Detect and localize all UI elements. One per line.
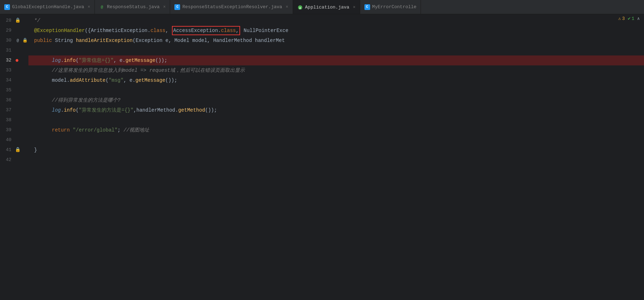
code-line-40: [28, 135, 644, 145]
token-paren-32a: (: [76, 58, 79, 63]
line-num-31: 31: [0, 45, 14, 55]
gutter-bookmark-41: 🔒: [14, 145, 21, 155]
token-paren-34a: (: [105, 77, 108, 83]
token-redbox-29: AccessException.class,: [172, 26, 240, 35]
gutter-at-30: @: [14, 36, 21, 45]
line-num-39: 39: [0, 125, 14, 135]
gutter-bookmark-28: 🔒: [14, 16, 21, 26]
tab-label-application: Application.java: [305, 5, 350, 10]
chevron-up-icon[interactable]: ∧: [637, 16, 640, 21]
gutter-row-38: 38: [0, 115, 28, 125]
token-comma-32: , e.: [114, 58, 126, 63]
token-class2-29: class: [221, 28, 236, 33]
gutter-row-39: 39: [0, 125, 28, 135]
svg-text:A: A: [299, 6, 301, 9]
tab-label-response-status: ResponseStatus.java: [107, 4, 159, 10]
code-line-31: [28, 45, 644, 55]
line-num-28: 28: [0, 16, 14, 26]
top-right-bar: ⚠ 3 ✔ 1 ∧: [614, 14, 644, 23]
tab-icon-at: @: [99, 4, 105, 10]
token-string-30: String: [55, 38, 73, 43]
line-num-38: 38: [0, 115, 14, 125]
gutter-row-41: 41 🔒: [0, 145, 28, 155]
token-comment-36: //得到异常发生的方法是哪个?: [52, 97, 120, 103]
tab-close-global[interactable]: ×: [88, 5, 90, 10]
tab-response-status[interactable]: @ ResponseStatus.java ×: [95, 0, 170, 14]
tab-label-my-error: MyErrorControlle: [372, 4, 417, 10]
tab-label-resolver: ResponseStatusExceptionResolver.java: [182, 4, 282, 10]
token-dot1-29: .: [147, 28, 150, 33]
gutter-row-32: 32 ●: [0, 55, 28, 65]
token-access-29: AccessException: [173, 28, 218, 33]
warn-icon: ⚠: [618, 16, 621, 21]
token-addattr-34: addAttribute: [70, 77, 105, 83]
tab-icon-app: A: [297, 5, 303, 10]
token-model-30: Model: [174, 38, 189, 43]
ok-count: 1: [632, 16, 634, 21]
line-num-32: 32: [0, 55, 14, 65]
token-method-30: handleAritException: [76, 38, 133, 43]
gutter-row-29: 29: [0, 26, 28, 36]
token-comment-28: */: [34, 18, 40, 23]
token-nullpointer-29: NullPointerExce: [244, 28, 288, 33]
token-comma2-29: ,: [236, 28, 239, 33]
token-getmessage-32: getMessage: [125, 58, 155, 63]
token-info-32: info: [64, 58, 76, 63]
gutter-row-34: 34: [0, 75, 28, 85]
line-num-36: 36: [0, 95, 14, 105]
tab-icon-c2: C: [174, 4, 180, 10]
tab-label-global: GlobalExceptionHandle.java: [12, 4, 84, 10]
line-num-40: 40: [0, 135, 14, 145]
token-dot-37: .: [61, 107, 64, 113]
code-line-33: //这里将发生的异常信息放入到model => request域，然后可以在错误…: [28, 65, 644, 75]
tab-global-exception[interactable]: C GlobalExceptionHandle.java ×: [0, 0, 95, 14]
code-area[interactable]: */ @ExceptionHandler({ArithmeticExceptio…: [28, 14, 644, 300]
code-line-38: [28, 115, 644, 125]
token-space-30c: e,: [162, 38, 174, 43]
token-comma1-29: ,: [166, 28, 172, 33]
tab-application[interactable]: A Application.java ×: [293, 0, 360, 14]
token-string-37: "异常发生的方法是={}": [79, 107, 134, 113]
token-info-37: info: [64, 107, 76, 113]
token-string-39: "/error/global": [73, 127, 118, 133]
line-num-30: 30: [0, 36, 14, 45]
gutter-breakpoint-32[interactable]: ●: [13, 55, 21, 65]
token-log-37: log: [52, 107, 61, 113]
token-space-30e: handlerMet: [252, 38, 285, 43]
line-num-42: 42: [0, 155, 14, 165]
token-string-34: "msg": [109, 77, 124, 83]
token-paren-34b: ());: [165, 77, 177, 83]
line-num-33: 33: [0, 65, 14, 75]
code-line-39: return "/error/global"; //视图地址: [28, 125, 644, 135]
tab-close-response-status[interactable]: ×: [163, 5, 166, 10]
code-line-36: //得到异常发生的方法是哪个?: [28, 95, 644, 105]
token-comment-33: //这里将发生的异常信息放入到model => request域，然后可以在错误…: [52, 68, 245, 73]
token-log-32: log: [52, 58, 61, 63]
tab-my-error-controller[interactable]: C MyErrorControlle: [360, 0, 421, 14]
token-model-34: model.: [52, 77, 70, 83]
token-dot-32: .: [61, 58, 64, 63]
line-num-37: 37: [0, 105, 14, 115]
token-paren-30: (: [132, 38, 135, 43]
token-space-29: [240, 28, 243, 33]
code-line-32: log.info("异常信息={}", e.getMessage());: [28, 55, 644, 65]
code-line-28: */: [28, 16, 644, 26]
token-space-30b: [73, 38, 76, 43]
tab-close-resolver[interactable]: ×: [286, 5, 288, 10]
gutter-row-28: 28 🔒: [0, 16, 28, 26]
gutter-row-33: 33: [0, 65, 28, 75]
token-annotation-29: @ExceptionHandler: [34, 28, 85, 33]
tab-response-status-resolver[interactable]: C ResponseStatusExceptionResolver.java ×: [170, 0, 293, 14]
code-line-35: [28, 85, 644, 95]
gutter-row-42: 42: [0, 155, 28, 165]
gutter-row-36: 36: [0, 95, 28, 105]
warn-count: 3: [622, 16, 625, 21]
code-line-37: log.info("异常发生的方法是={}",handlerMethod.get…: [28, 105, 644, 115]
token-dot2-29: .: [218, 28, 221, 33]
code-line-42: [28, 155, 644, 165]
token-paren-37b: ());: [205, 107, 217, 113]
token-brace-41: }: [34, 147, 37, 153]
tab-close-application[interactable]: ×: [353, 5, 355, 10]
editor-container: ⚠ 3 ✔ 1 ∧ 28 🔒 29 30 @ 🔒 31: [0, 14, 644, 300]
gutter-bookmark-30: 🔒: [21, 36, 28, 45]
